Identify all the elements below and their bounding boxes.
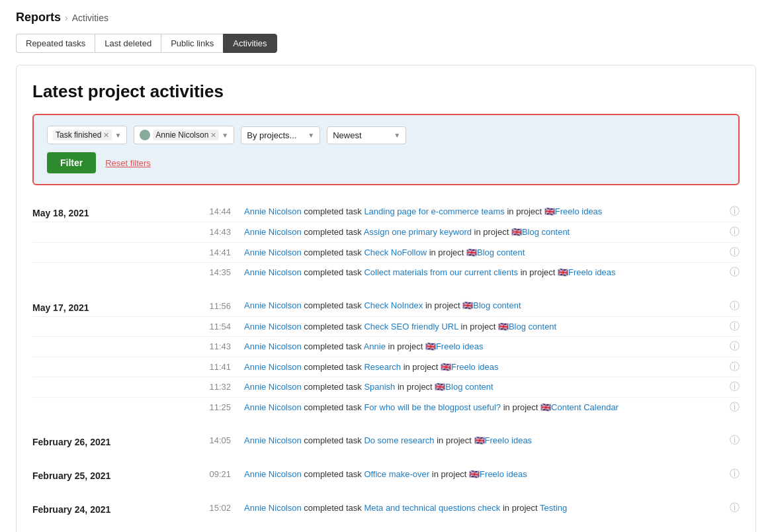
info-icon[interactable]: ⓘ [723,468,740,480]
info-icon[interactable]: ⓘ [723,320,740,333]
status-tag-remove[interactable]: ✕ [103,131,109,140]
user-link[interactable]: Annie Nicolson [244,362,302,372]
task-link[interactable]: Do some research [364,435,434,445]
task-link[interactable]: Collect materials from our current clien… [364,267,518,277]
date-label [32,345,138,348]
breadcrumb-reports[interactable]: Reports [16,11,61,24]
info-icon[interactable]: ⓘ [723,380,740,393]
activity-text: Annie Nicolson completed task Meta and t… [244,502,723,515]
project-link[interactable]: Freelo ideas [480,469,527,479]
user-link[interactable]: Annie Nicolson [244,227,302,237]
activity-text: Annie Nicolson completed task For who wi… [244,401,723,414]
user-link[interactable]: Annie Nicolson [244,267,302,277]
project-flag: 🇬🇧 [498,322,509,332]
user-tag-remove[interactable]: ✕ [210,131,216,140]
time-label: 14:35 [138,267,244,277]
info-icon[interactable]: ⓘ [723,502,740,514]
task-link[interactable]: Meta and technical questions check [364,503,500,513]
user-link[interactable]: Annie Nicolson [244,341,302,351]
project-link[interactable]: Content Calendar [551,402,619,412]
date-group: May 18, 202114:44Annie Nicolson complete… [32,201,740,283]
sort-filter[interactable]: Newest ▼ [327,126,406,144]
time-label: 11:41 [138,362,244,372]
task-link[interactable]: Check NoIndex [364,300,423,310]
project-link[interactable]: Freelo ideas [568,267,616,277]
user-filter[interactable]: Annie Nicolson ✕ ▼ [134,126,234,144]
breadcrumb-separator: › [65,13,68,23]
reset-filters-button[interactable]: Reset filters [105,158,151,168]
status-filter[interactable]: Task finished ✕ ▼ [47,126,127,144]
project-link[interactable]: Blog content [445,382,493,392]
project-link[interactable]: Freelo ideas [436,341,484,351]
project-flag: 🇬🇧 [469,469,480,479]
info-icon[interactable]: ⓘ [723,434,740,447]
user-filter-arrow: ▼ [222,132,228,139]
project-link[interactable]: Testing [540,503,567,513]
tab-last-deleted[interactable]: Last deleted [95,34,161,53]
table-row: February 26, 202114:05Annie Nicolson com… [32,430,740,451]
user-link[interactable]: Annie Nicolson [244,503,302,513]
user-link[interactable]: Annie Nicolson [244,469,302,479]
sort-label: Newest [333,130,361,140]
task-link[interactable]: Spanish [364,382,395,392]
project-link[interactable]: Blog content [522,227,570,237]
user-link[interactable]: Annie Nicolson [244,322,302,332]
info-icon[interactable]: ⓘ [723,226,740,238]
date-group: February 24, 202115:02Annie Nicolson com… [32,498,740,518]
time-label: 09:21 [138,469,244,479]
info-icon[interactable]: ⓘ [723,246,740,259]
table-row: February 25, 202109:21Annie Nicolson com… [32,464,740,484]
user-link[interactable]: Annie Nicolson [244,206,302,216]
project-link[interactable]: Freelo ideas [485,435,533,445]
date-label: February 24, 2021 [32,501,138,515]
table-row: 11:32Annie Nicolson completed task Spani… [32,377,740,398]
project-link[interactable]: Freelo ideas [451,362,499,372]
project-link[interactable]: Freelo ideas [555,206,603,216]
project-flag: 🇬🇧 [466,247,477,257]
time-label: 14:44 [138,206,244,216]
date-label [32,385,138,388]
date-group: May 17, 202111:56Annie Nicolson complete… [32,296,740,418]
user-avatar [140,130,150,140]
task-link[interactable]: Assign one primary keyword [364,227,472,237]
time-label: 11:54 [138,322,244,332]
activity-text: Annie Nicolson completed task Do some re… [244,434,723,447]
time-label: 11:25 [138,402,244,412]
table-row: 14:41Annie Nicolson completed task Check… [32,243,740,263]
task-link[interactable]: Check SEO friendly URL [364,322,458,332]
user-link[interactable]: Annie Nicolson [244,435,302,445]
info-icon[interactable]: ⓘ [723,361,740,373]
task-link[interactable]: For who will be the blogpost useful? [364,402,501,412]
user-link[interactable]: Annie Nicolson [244,247,302,257]
info-icon[interactable]: ⓘ [723,300,740,312]
user-link[interactable]: Annie Nicolson [244,300,302,310]
table-row: 11:54Annie Nicolson completed task Check… [32,317,740,337]
tab-repeated-tasks[interactable]: Repeated tasks [16,34,95,53]
info-icon[interactable]: ⓘ [723,205,740,218]
info-icon[interactable]: ⓘ [723,266,740,279]
task-link[interactable]: Research [364,362,401,372]
activity-text: Annie Nicolson completed task Assign one… [244,226,723,239]
tab-activities[interactable]: Activities [223,34,277,53]
task-link[interactable]: Annie [364,341,386,351]
project-flag: 🇬🇧 [544,206,555,216]
activity-text: Annie Nicolson completed task Collect ma… [244,266,723,279]
filter-button[interactable]: Filter [47,152,96,173]
project-filter-arrow: ▼ [308,132,314,139]
project-link[interactable]: Blog content [477,247,525,257]
tab-bar: Repeated tasks Last deleted Public links… [16,34,756,53]
info-icon[interactable]: ⓘ [723,401,740,414]
task-link[interactable]: Office make-over [364,469,429,479]
date-label [32,251,138,254]
date-label: May 18, 2021 [32,204,138,218]
project-link[interactable]: Blog content [509,322,556,332]
date-label: February 25, 2021 [32,467,138,481]
user-link[interactable]: Annie Nicolson [244,382,302,392]
task-link[interactable]: Landing page for e-commerce teams [364,206,504,216]
info-icon[interactable]: ⓘ [723,340,740,353]
task-link[interactable]: Check NoFollow [364,247,427,257]
tab-public-links[interactable]: Public links [161,34,223,53]
project-link[interactable]: Blog content [473,300,521,310]
user-link[interactable]: Annie Nicolson [244,402,302,412]
project-filter[interactable]: By projects... ▼ [241,126,320,144]
